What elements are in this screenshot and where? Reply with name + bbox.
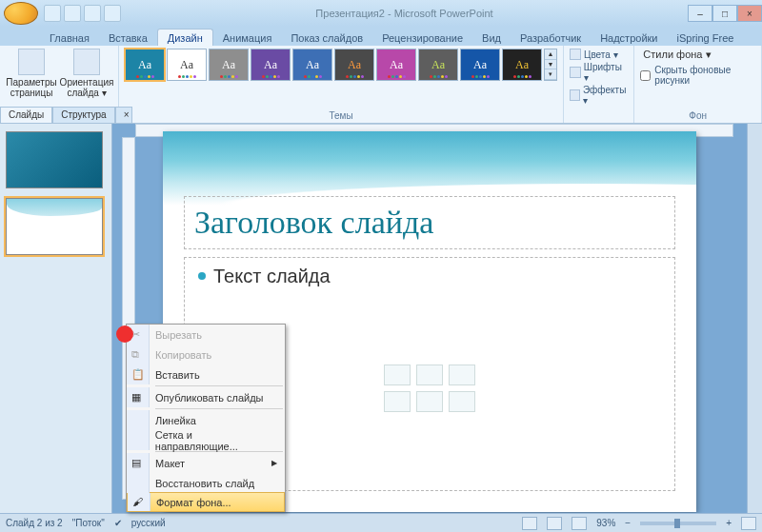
body-placeholder-text: Текст слайда [213,266,331,287]
theme-colors-button[interactable]: Цвета ▾ [570,49,628,60]
zoom-thumb[interactable] [674,519,680,528]
hide-bg-checkbox[interactable]: Скрыть фоновые рисунки [640,65,755,86]
ctx-ruler[interactable]: Линейка [127,410,285,430]
bg-styles-label: Стили фона ▾ [643,49,711,61]
tab-ispring[interactable]: iSpring Free [668,30,744,46]
tab-developer[interactable]: Разработчик [511,30,591,46]
insert-smartart-icon[interactable] [449,365,475,385]
side-tab-close[interactable]: × [115,107,132,124]
ctx-publish-label: Опубликовать слайды [155,392,264,404]
maximize-button[interactable]: □ [712,5,737,22]
insert-chart-icon[interactable] [416,365,443,385]
status-language[interactable]: русский [131,518,166,528]
qat-redo-icon[interactable] [84,5,101,22]
title-bar: Презентация2 - Microsoft PowerPoint – □ … [0,0,762,27]
ctx-grid[interactable]: Сетка и направляющие... [127,430,285,450]
ctx-copy-label: Копировать [155,349,211,361]
theme-colors-label: Цвета ▾ [584,49,618,60]
zoom-value[interactable]: 93% [596,518,615,528]
ctx-paste[interactable]: 📋Вставить [127,365,285,384]
page-params-icon [18,49,45,75]
bullet-line: Текст слайда [198,266,661,287]
group-label-bg: Фон [640,108,755,123]
zoom-in-button[interactable]: + [726,518,732,528]
chevron-right-icon: ▶ [271,459,277,467]
layout-icon: ▤ [131,457,145,470]
tab-insert[interactable]: Вставка [99,30,157,46]
paste-icon: 📋 [131,368,145,382]
qat-undo-icon[interactable] [64,5,81,22]
theme-thumb-0[interactable]: Aa [125,49,165,81]
fit-to-window-button[interactable] [741,517,756,530]
tab-home[interactable]: Главная [40,30,99,46]
ctx-format-bg-label: Формат фона... [156,497,231,508]
page-params-button[interactable]: Параметры страницы [6,49,57,98]
group-label-themeopts [570,108,628,123]
ctx-reset[interactable]: Восстановить слайд [127,473,285,493]
window-controls: – □ × [688,5,762,22]
view-slideshow-button[interactable] [572,517,587,530]
bullet-icon [198,272,206,280]
qat-more-icon[interactable] [104,5,121,22]
status-bar: Слайд 2 из 2 "Поток" ✔ русский 93% − + [0,513,762,532]
tab-addins[interactable]: Надстройки [591,30,667,46]
orientation-icon [73,49,100,75]
title-placeholder[interactable]: Заголовок слайда [184,196,675,249]
theme-thumb-8[interactable]: Aa [460,49,500,81]
qat-save-icon[interactable] [44,5,61,22]
ribbon-tabs: Главная Вставка Дизайн Анимация Показ сл… [0,27,762,46]
hide-bg-label: Скрыть фоновые рисунки [654,65,755,86]
insert-media-icon[interactable] [449,391,475,412]
slide-thumb-2[interactable] [6,198,103,255]
theme-thumb-9[interactable]: Aa [502,49,542,81]
insert-picture-icon[interactable] [384,391,411,412]
theme-effects-label: Эффекты ▾ [583,85,628,106]
theme-thumb-6[interactable]: Aa [376,49,416,81]
orientation-button[interactable]: Ориентация слайда ▾ [61,49,112,98]
slide-thumb-1[interactable] [6,131,103,188]
office-button[interactable] [4,2,38,25]
theme-thumb-4[interactable]: Aa [292,49,332,81]
group-theme-options: Цвета ▾ Шрифты ▾ Эффекты ▾ [564,46,634,123]
tab-design[interactable]: Дизайн [157,29,213,46]
status-spell-icon[interactable]: ✔ [114,518,122,528]
minimize-button[interactable]: – [688,5,712,22]
tab-review[interactable]: Рецензирование [372,30,472,46]
side-panel-tabs: Слайды Структура × [0,107,132,124]
theme-thumb-7[interactable]: Aa [418,49,458,81]
theme-fonts-button[interactable]: Шрифты ▾ [570,62,628,83]
slide-theme-decor [163,131,696,206]
ctx-format-background[interactable]: 🖌Формат фона... [127,492,285,512]
quick-access-toolbar [44,5,121,22]
zoom-slider[interactable] [640,522,716,525]
theme-thumb-2[interactable]: Aa [209,49,249,81]
slide-thumbnails-panel [0,124,112,513]
ctx-publish[interactable]: ▦Опубликовать слайды [127,387,285,407]
theme-effects-button[interactable]: Эффекты ▾ [570,85,628,106]
insert-clipart-icon[interactable] [416,391,443,412]
tab-view[interactable]: Вид [472,30,511,46]
view-normal-button[interactable] [522,517,537,530]
zoom-out-button[interactable]: − [625,518,631,528]
theme-thumb-5[interactable]: Aa [334,49,374,81]
theme-thumb-1[interactable]: Aa [167,49,207,81]
hide-bg-check-input[interactable] [640,70,651,81]
view-sorter-button[interactable] [547,517,562,530]
theme-fonts-label: Шрифты ▾ [584,62,629,83]
effects-icon [570,89,580,101]
status-theme: "Поток" [72,518,105,528]
side-tab-outline[interactable]: Структура [52,107,114,124]
fonts-icon [570,67,581,78]
bg-styles-button[interactable]: Стили фона ▾ [640,49,755,61]
insert-table-icon[interactable] [384,365,411,385]
ctx-layout[interactable]: ▤Макет▶ [127,453,285,473]
close-button[interactable]: × [737,5,762,22]
themes-more-button[interactable]: ▲▼▾ [544,49,557,81]
tab-slideshow[interactable]: Показ слайдов [281,30,372,46]
workspace: Слайды Структура × Заголовок слайда Текс… [0,124,762,513]
theme-thumb-3[interactable]: Aa [251,49,291,81]
tab-animation[interactable]: Анимация [213,30,282,46]
context-menu: ✂Вырезать ⧉Копировать 📋Вставить ▦Опублик… [126,324,286,512]
vertical-scrollbar[interactable] [747,124,762,513]
side-tab-slides[interactable]: Слайды [0,107,52,124]
